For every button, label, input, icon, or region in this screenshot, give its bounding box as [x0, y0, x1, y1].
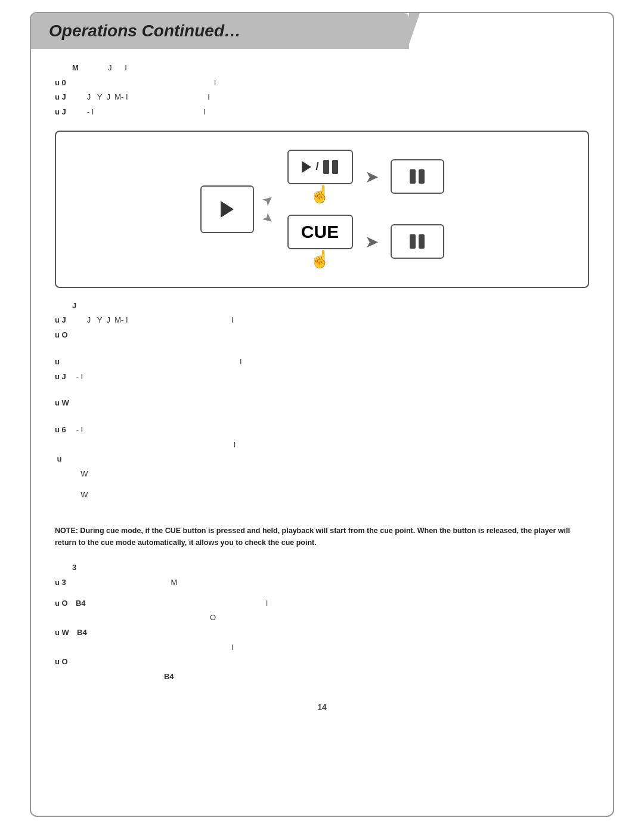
bottom-line-4: O	[55, 611, 589, 625]
diagram-row-top: / ☝ ➤	[287, 150, 444, 204]
bottom-line-3: u O B4 I	[55, 596, 589, 611]
after-line-3: u O	[55, 328, 589, 343]
pause-bar-5	[410, 234, 416, 249]
play-button-box	[200, 185, 254, 233]
pause-button-bottom	[391, 224, 444, 259]
bottom-line-2: u 3 M	[55, 575, 589, 590]
pause-bar-2	[332, 160, 338, 174]
diagram-box: ➤ ➤ /	[55, 131, 589, 288]
diagram-left: ➤ ➤	[200, 185, 275, 233]
body-line-6: u	[55, 452, 589, 467]
spacer-3	[55, 417, 589, 423]
body-line-4: u 6 - I	[55, 423, 589, 438]
play-icon	[221, 201, 234, 218]
finger-icon-bottom: ☝	[309, 249, 330, 269]
pause-bar-1	[323, 160, 329, 174]
bottom-line-1: 3	[55, 561, 589, 575]
pause-symbol-top	[323, 160, 338, 174]
spacer-4	[55, 482, 589, 488]
intro-line-2: u 0 I	[55, 76, 589, 91]
diagram-row-bottom: CUE ☝ ➤	[287, 215, 444, 269]
bottom-line-7: u O	[55, 655, 589, 670]
arrow-up-right: ➤	[258, 191, 277, 209]
after-diagram-block: J u J J Y J M- I I u O	[55, 299, 589, 343]
slash-separator: /	[315, 160, 318, 173]
body-line-2: u J - I	[55, 370, 589, 385]
body-line-7: W	[55, 467, 589, 482]
body-block: u I u J - I	[55, 355, 589, 384]
body-block-3: u 6 - I I u W	[55, 423, 589, 502]
bottom-line-6: I	[55, 640, 589, 655]
body-block-2: u W	[55, 396, 589, 411]
spacer-1	[55, 349, 589, 355]
intro-line-3: u J J Y J M- I I	[55, 90, 589, 105]
bottom-line-8: B4	[55, 670, 589, 685]
body-line-3: u W	[55, 396, 589, 411]
body-line-1: u I	[55, 355, 589, 370]
page: Operations Continued… M J I u 0 I	[30, 12, 614, 817]
pause-bar-3	[410, 169, 416, 184]
intro-line-1: M J I	[55, 61, 589, 76]
finger-icon-top: ☝	[309, 184, 330, 204]
body-line-8: W	[55, 488, 589, 503]
page-number: 14	[55, 702, 589, 712]
cue-button-box: CUE	[287, 215, 353, 249]
pause-bar-4	[419, 169, 425, 184]
after-line-2: u J J Y J M- I I	[55, 313, 589, 328]
spacer-6	[55, 555, 589, 561]
bottom-line-5: u W B4	[55, 625, 589, 640]
body-line-5: I	[55, 438, 589, 453]
pause-button-top	[391, 159, 444, 194]
page-title: Operations Continued…	[49, 21, 241, 40]
intro-line-4: u J - I I	[55, 105, 589, 120]
cue-label: CUE	[301, 222, 339, 242]
play-icon-sm	[302, 161, 311, 173]
arrow-right-bottom: ➤	[365, 232, 379, 252]
header-banner: Operations Continued…	[31, 13, 409, 49]
spacer-7	[55, 590, 589, 596]
bottom-block: 3 u 3 M u O B4	[55, 561, 589, 685]
intro-text-block: M J I u 0 I u J J Y J M- I	[55, 61, 589, 120]
note-block: NOTE: During cue mode, if the CUE button…	[55, 525, 589, 549]
after-line-1: J	[55, 299, 589, 314]
arrow-right-top: ➤	[365, 167, 379, 187]
spacer-5	[55, 508, 589, 514]
diagram-right: / ☝ ➤	[287, 150, 444, 269]
play-pause-button-box: /	[287, 150, 353, 184]
pause-symbol-result-bottom	[410, 234, 425, 249]
pause-bar-6	[419, 234, 425, 249]
content-area: M J I u 0 I u J J Y J M- I	[31, 61, 613, 712]
arrow-down-right: ➤	[258, 209, 277, 227]
bidirectional-arrows: ➤ ➤	[262, 193, 273, 226]
spacer-2	[55, 390, 589, 396]
pause-symbol-result-top	[410, 169, 425, 184]
